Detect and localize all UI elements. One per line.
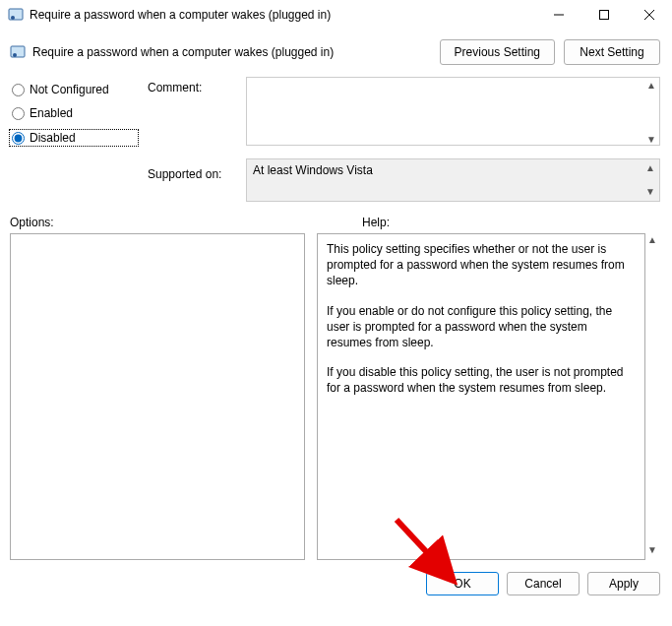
supported-on-label: Supported on:	[148, 167, 236, 181]
radio-column: Not Configured Enabled Disabled	[10, 77, 138, 202]
scroll-down-icon[interactable]: ▼	[644, 133, 658, 147]
comment-label: Comment:	[148, 81, 236, 94]
cancel-button[interactable]: Cancel	[507, 572, 580, 595]
supported-scroll: ▲ ▼	[643, 159, 657, 201]
maximize-button[interactable]	[581, 0, 627, 30]
radio-not-configured[interactable]: Not Configured	[12, 83, 138, 96]
field-inputs-column: ▲ ▼ At least Windows Vista ▲ ▼	[246, 77, 660, 202]
svg-point-1	[11, 16, 15, 20]
comment-scroll: ▲ ▼	[644, 77, 658, 149]
header-left: Require a password when a computer wakes…	[10, 44, 432, 60]
scroll-down-icon[interactable]: ▼	[645, 544, 660, 559]
radio-disabled[interactable]: Disabled	[10, 130, 138, 146]
apply-button[interactable]: Apply	[587, 572, 660, 595]
radio-enabled[interactable]: Enabled	[12, 106, 138, 120]
radio-disabled-label: Disabled	[30, 131, 76, 145]
window-title: Require a password when a computer wakes…	[30, 8, 536, 22]
action-row: OK Cancel Apply	[0, 566, 672, 603]
panels-row: This policy setting specifies whether or…	[0, 233, 672, 566]
close-button[interactable]	[627, 0, 672, 30]
scroll-up-icon[interactable]: ▲	[644, 79, 658, 93]
radio-not-configured-label: Not Configured	[30, 83, 109, 96]
config-area: Not Configured Enabled Disabled Comment:…	[0, 71, 672, 208]
panels-labels: Options: Help:	[0, 208, 672, 233]
help-wrap: This policy setting specifies whether or…	[317, 233, 660, 560]
header-row: Require a password when a computer wakes…	[0, 30, 672, 71]
help-label: Help:	[362, 216, 390, 229]
scroll-down-icon[interactable]: ▼	[643, 185, 657, 199]
radio-disabled-input[interactable]	[12, 132, 25, 145]
ok-button[interactable]: OK	[426, 572, 499, 595]
scroll-up-icon[interactable]: ▲	[643, 161, 657, 175]
supported-on-value: At least Windows Vista	[253, 163, 373, 177]
previous-setting-button[interactable]: Previous Setting	[440, 39, 555, 65]
next-setting-button[interactable]: Next Setting	[564, 39, 660, 65]
policy-icon	[10, 44, 26, 60]
help-text-3: If you disable this policy setting, the …	[327, 364, 636, 396]
radio-enabled-label: Enabled	[30, 106, 73, 120]
supported-on-box: At least Windows Vista ▲ ▼	[246, 158, 660, 202]
help-text-2: If you enable or do not configure this p…	[327, 303, 636, 351]
titlebar: Require a password when a computer wakes…	[0, 0, 672, 30]
radio-not-configured-input[interactable]	[12, 84, 25, 96]
policy-name: Require a password when a computer wakes…	[32, 45, 334, 59]
scroll-up-icon[interactable]: ▲	[645, 234, 660, 249]
radio-enabled-input[interactable]	[12, 107, 25, 120]
help-scrollbar: ▲ ▼	[644, 233, 660, 560]
help-text-1: This policy setting specifies whether or…	[327, 241, 636, 289]
field-labels-column: Comment: Supported on:	[148, 77, 236, 202]
minimize-button[interactable]	[536, 0, 581, 30]
options-label: Options:	[10, 216, 348, 229]
comment-textarea[interactable]	[246, 77, 660, 146]
help-panel: This policy setting specifies whether or…	[317, 233, 645, 560]
header-nav-buttons: Previous Setting Next Setting	[440, 39, 660, 65]
svg-point-7	[13, 53, 17, 57]
options-panel	[10, 233, 305, 560]
svg-rect-3	[600, 11, 609, 20]
policy-window-icon	[8, 7, 24, 23]
window-controls	[536, 0, 672, 30]
